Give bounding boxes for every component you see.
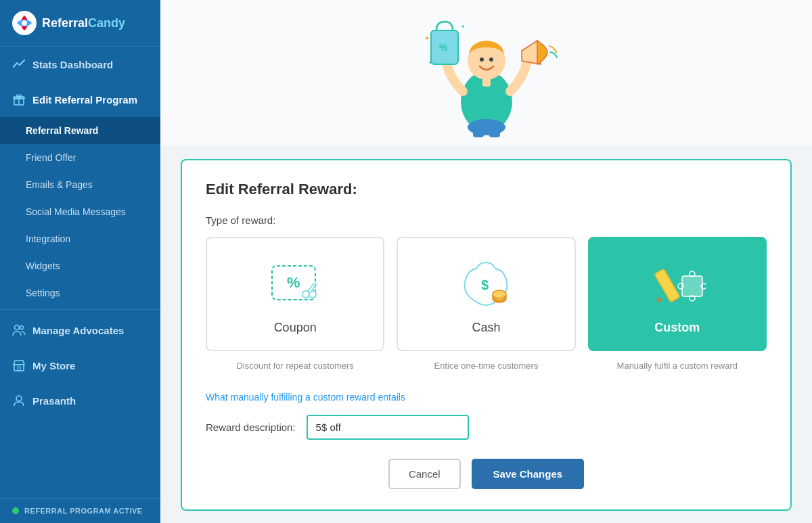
svg-point-12 [480,58,484,62]
svg-point-9 [16,396,22,401]
sidebar-label-social-media: Social Media Messages [26,206,126,217]
svg-rect-8 [18,367,20,371]
reward-option-cash[interactable]: $ Cash [397,237,575,351]
sidebar-item-referral-reward[interactable]: Referral Reward [0,117,160,144]
sidebar-label-widgets: Widgets [26,260,60,271]
custom-desc: Manually fulfil a custom reward [588,357,767,375]
sidebar-item-my-store[interactable]: My Store [0,348,160,383]
sidebar-label-emails-pages: Emails & Pages [26,179,93,190]
reward-description-input[interactable] [307,415,469,440]
hero-area: % ✦ ✦ ✦ [160,0,812,145]
sidebar-item-stats-dashboard[interactable]: Stats Dashboard [0,47,160,82]
svg-point-13 [489,58,493,62]
svg-text:✦: ✦ [424,35,430,42]
svg-text:$: $ [481,277,489,292]
svg-point-25 [309,291,316,298]
sidebar: ReferralCandy Stats Dashboard [0,0,160,523]
sidebar-label-edit-referral: Edit Referral Program [32,94,137,106]
coupon-icon: % [265,257,325,311]
sidebar-item-settings[interactable]: Settings [0,279,160,306]
sidebar-nav: Stats Dashboard Edit Referral Program Re… [0,47,160,418]
sidebar-label-my-store: My Store [32,360,75,371]
chart-icon [12,58,26,71]
sidebar-item-friend-offer[interactable]: Friend Offer [0,144,160,171]
svg-text:✦: ✦ [461,24,466,30]
custom-icon [647,257,708,311]
reward-description-label: Reward description: [206,422,296,433]
svg-rect-19 [482,77,491,87]
custom-label: Custom [654,321,700,335]
svg-text:%: % [287,274,300,291]
sidebar-label-referral-reward: Referral Reward [26,125,98,136]
reward-type-label: Type of reward: [206,214,767,226]
svg-rect-21 [473,125,484,137]
edit-card-title: Edit Referral Reward: [206,181,767,198]
coupon-label: Coupon [274,321,317,335]
save-button[interactable]: Save Changes [472,459,585,489]
sidebar-item-user[interactable]: Prasanth [0,383,160,418]
referral-status: REFERRAL PROGRAM ACTIVE [0,499,160,523]
sidebar-item-integration[interactable]: Integration [0,225,160,252]
cash-icon: $ [455,257,516,311]
reward-options: % Coupon [206,237,767,351]
svg-rect-7 [14,365,24,371]
sidebar-bottom: REFERRAL PROGRAM ACTIVE [0,498,160,523]
sidebar-item-edit-referral[interactable]: Edit Referral Program [0,82,160,117]
sidebar-label-friend-offer: Friend Offer [26,152,76,163]
cash-desc: Entice one-time customers [397,357,575,375]
reward-option-coupon[interactable]: % Coupon [206,237,384,351]
svg-point-31 [493,290,506,298]
button-row: Cancel Save Changes [206,459,767,489]
user-icon [12,394,26,407]
sidebar-logo: ReferralCandy [0,0,160,47]
custom-fulfillment-link[interactable]: What manually fulfilling a custom reward… [206,392,405,403]
reward-descriptions: Discount for repeat customers Entice one… [206,357,767,375]
svg-text:✦: ✦ [428,60,432,65]
sidebar-label-settings: Settings [26,288,60,298]
svg-rect-33 [682,276,702,296]
svg-point-5 [15,325,20,330]
svg-text:%: % [439,42,448,53]
reward-option-custom[interactable]: Custom [588,237,767,351]
svg-rect-32 [654,269,680,302]
status-label: REFERRAL PROGRAM ACTIVE [24,507,143,515]
sidebar-label-stats: Stats Dashboard [32,59,113,70]
sidebar-item-emails-pages[interactable]: Emails & Pages [0,171,160,198]
svg-rect-22 [489,125,500,137]
sidebar-label-user: Prasanth [32,395,76,407]
svg-point-24 [302,291,309,298]
edit-card: Edit Referral Reward: Type of reward: % [181,159,792,511]
gift-icon [12,93,26,106]
store-icon [12,359,26,372]
people-icon [12,323,26,337]
sidebar-item-social-media[interactable]: Social Media Messages [0,198,160,225]
cancel-button[interactable]: Cancel [388,459,461,489]
reward-description-row: Reward description: [206,415,767,440]
main-content: % ✦ ✦ ✦ Edit Referral Reward: [160,0,812,523]
cash-label: Cash [472,321,500,335]
logo-text: ReferralCandy [42,16,125,30]
status-dot [12,507,19,514]
svg-point-1 [22,20,27,26]
sidebar-item-widgets[interactable]: Widgets [0,252,160,279]
hero-illustration: % ✦ ✦ ✦ [412,14,561,139]
content-area: Edit Referral Reward: Type of reward: % [160,145,812,523]
sidebar-label-manage-advocates: Manage Advocates [32,325,124,336]
sidebar-label-integration: Integration [26,233,70,244]
coupon-desc: Discount for repeat customers [206,357,384,375]
sidebar-item-manage-advocates[interactable]: Manage Advocates [0,313,160,348]
logo-icon [12,11,37,35]
svg-point-6 [20,326,24,329]
